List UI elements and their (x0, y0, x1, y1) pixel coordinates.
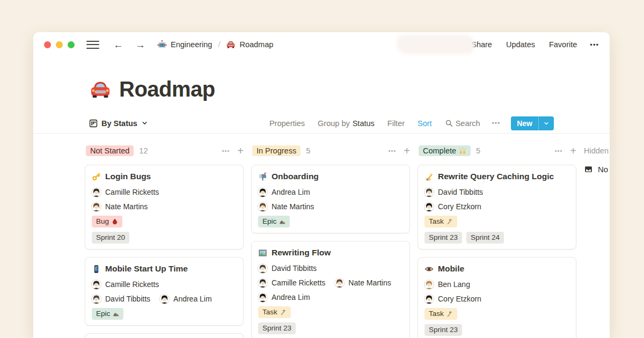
page-title: Roadmap (119, 77, 215, 101)
card-rewrite-query-caching-logic[interactable]: Rewrite Query Caching Logic David Tibbit… (418, 165, 576, 249)
search-label: Search (456, 119, 480, 128)
person-name: Nate Martins (348, 278, 391, 288)
column-header: Complete 5 ••• + (418, 143, 576, 158)
close-button[interactable] (44, 41, 51, 48)
avatar (92, 188, 101, 197)
filter-button[interactable]: Filter (387, 119, 405, 128)
chevron-down-icon (543, 120, 550, 127)
person-name: Andrea Lim (272, 187, 310, 197)
back-button[interactable]: ← (113, 40, 123, 50)
tag-epic: Epic (258, 216, 290, 227)
card-title: Mobile (438, 263, 464, 275)
view-switcher[interactable]: By Status (89, 119, 148, 128)
card-onboarding[interactable]: Onboarding Andrea Lim Nate Martins Epic (251, 165, 410, 233)
person-name: Camille Ricketts (105, 280, 159, 289)
card-title: Login Bugs (105, 171, 151, 182)
card-mobile-start-up-time[interactable]: Mobile Start Up Time Camille Ricketts Da… (85, 257, 244, 326)
breadcrumb-separator: / (218, 40, 220, 49)
mountain-icon (279, 218, 286, 225)
minimize-button[interactable] (56, 41, 63, 48)
hidden-group-no-status[interactable]: No (584, 165, 610, 174)
avatar (425, 202, 434, 211)
view-toolbar: By Status Properties Group by Status Fil… (33, 113, 610, 134)
new-dropdown-button[interactable] (539, 120, 554, 127)
column-add-icon[interactable]: + (570, 145, 576, 156)
avatar (425, 295, 434, 304)
hidden-group-label: No (598, 165, 608, 174)
column-count: 5 (476, 146, 480, 155)
avatar (258, 264, 267, 273)
column-add-icon[interactable]: + (237, 145, 244, 156)
avatar (92, 280, 101, 289)
tag-sprint: Sprint 24 (466, 232, 504, 244)
search-button[interactable]: Search (445, 119, 480, 128)
zoom-button[interactable] (68, 41, 75, 48)
card-mobile[interactable]: Mobile Ben Lang Cory Etzkorn Task Sprint… (418, 257, 576, 338)
person-name: Cory Etzkorn (438, 294, 481, 304)
view-more-icon[interactable]: ••• (492, 120, 501, 127)
avatar (92, 202, 101, 211)
redacted-blur (396, 35, 474, 54)
key-icon (92, 172, 101, 181)
avatar (425, 188, 434, 197)
framed-picture-icon (258, 248, 267, 258)
status-badge[interactable]: Complete (419, 145, 471, 156)
hidden-columns-label[interactable]: Hidden (584, 143, 610, 158)
sidebar-menu-icon[interactable] (86, 41, 99, 49)
person-name: Nate Martins (272, 202, 314, 211)
card-login-bugs[interactable]: Login Bugs Camille Ricketts Nate Martins… (85, 165, 244, 249)
robot-icon (157, 40, 167, 49)
chevron-down-icon (141, 120, 148, 127)
search-icon (445, 119, 453, 127)
avatar (258, 202, 267, 211)
more-options-icon[interactable]: ••• (590, 41, 599, 49)
group-by-button[interactable]: Group by Status (318, 119, 375, 128)
column-in-progress: In Progress 5 ••• + Onboarding Andrea Li… (251, 143, 410, 338)
tag-task: Task (425, 216, 457, 227)
person-name: David Tibbitts (438, 187, 483, 197)
breadcrumb-page[interactable]: Roadmap (226, 40, 273, 49)
column-header: Not Started 12 ••• + (85, 143, 244, 158)
inbox-tray-icon (584, 165, 593, 174)
tag-sprint: Sprint 23 (425, 232, 462, 244)
person-name: Ben Lang (438, 280, 470, 289)
ladybug-icon (112, 218, 118, 225)
raised-hands-icon (459, 147, 466, 155)
person-name: Camille Ricketts (272, 278, 325, 288)
eye-icon (425, 264, 434, 274)
hammer-icon (280, 309, 287, 315)
column-header: In Progress 5 ••• + (251, 143, 410, 158)
board-view-icon (89, 119, 98, 128)
column-options-icon[interactable]: ••• (555, 148, 563, 154)
favorite-button[interactable]: Favorite (549, 40, 577, 49)
column-not-started: Not Started 12 ••• + Login Bugs Camille … (85, 143, 244, 338)
column-count: 12 (139, 146, 148, 155)
column-options-icon[interactable]: ••• (389, 148, 397, 154)
column-hidden: Hidden No (584, 143, 610, 174)
kanban-board: Not Started 12 ••• + Login Bugs Camille … (33, 134, 610, 338)
card-rewriting-flow[interactable]: Rewriting Flow David Tibbitts Camille Ri… (251, 241, 410, 338)
column-complete: Complete 5 ••• + Rewrite Query Caching L… (418, 143, 576, 338)
breadcrumb-workspace[interactable]: Engineering (157, 40, 212, 49)
card-title: Rewrite Query Caching Logic (438, 171, 554, 182)
sort-button[interactable]: Sort (418, 119, 432, 128)
car-icon (226, 40, 236, 49)
new-button[interactable]: New (511, 116, 554, 130)
new-button-label: New (511, 116, 538, 130)
properties-button[interactable]: Properties (269, 119, 305, 128)
card-error-codes[interactable]: Error Codes (85, 333, 244, 338)
forward-button[interactable]: → (135, 40, 145, 50)
person-name: Andrea Lim (272, 292, 310, 302)
breadcrumb-workspace-label: Engineering (171, 40, 212, 49)
card-title: Onboarding (272, 171, 319, 182)
avatar (92, 295, 101, 304)
app-window: ← → Engineering / Roadmap Share Updates … (33, 32, 610, 338)
column-add-icon[interactable]: + (404, 145, 410, 156)
share-button[interactable]: Share (471, 40, 492, 49)
person-name: Camille Ricketts (105, 187, 159, 197)
status-badge[interactable]: Not Started (86, 145, 134, 156)
updates-button[interactable]: Updates (506, 40, 535, 49)
column-options-icon[interactable]: ••• (222, 148, 230, 154)
status-badge[interactable]: In Progress (252, 145, 301, 156)
breadcrumb: Engineering / Roadmap (157, 40, 273, 49)
